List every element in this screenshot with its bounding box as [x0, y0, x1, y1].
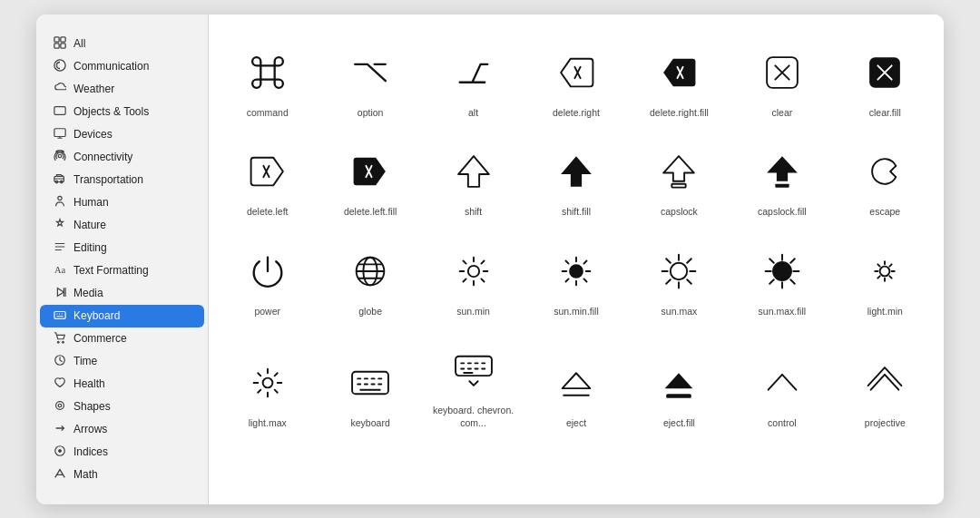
icon-label: delete.left.fill: [344, 206, 397, 219]
icon-label: sun.max.fill: [759, 306, 807, 318]
escape-icon: [859, 146, 910, 197]
sidebar-item-arrows[interactable]: Arrows: [40, 418, 204, 441]
icon-cell-capslock_fill[interactable]: capslock.fill: [732, 132, 831, 228]
sidebar-item-text-formatting[interactable]: AaText Formatting: [40, 259, 204, 282]
sidebar-item-editing[interactable]: Editing: [40, 237, 204, 259]
sidebar-item-health[interactable]: Health: [40, 373, 204, 396]
icon-cell-delete_left[interactable]: delete.left: [218, 132, 317, 228]
delete_left-icon: [242, 146, 293, 197]
icon-cell-projective[interactable]: projective: [836, 330, 935, 438]
icon-cell-light_min[interactable]: light.min: [836, 231, 935, 327]
all-icon: [53, 36, 67, 52]
sidebar-item-label: Indices: [74, 445, 108, 458]
sidebar-item-nature[interactable]: Nature: [40, 214, 204, 237]
icon-label: command: [247, 107, 289, 120]
shift_fill-icon: [551, 146, 602, 197]
text-formatting-icon: Aa: [53, 263, 67, 279]
sidebar-item-label: Keyboard: [74, 309, 120, 322]
icon-cell-capslock[interactable]: capslock: [630, 132, 729, 228]
sidebar-item-transportation[interactable]: Transportation: [40, 169, 204, 191]
sidebar-item-label: Media: [74, 287, 103, 299]
icon-label: delete.left: [247, 206, 289, 219]
icon-cell-clear_fill[interactable]: clear.fill: [836, 33, 935, 129]
svg-point-15: [63, 341, 64, 343]
icon-cell-shift[interactable]: shift: [424, 132, 523, 228]
connectivity-icon: [53, 150, 67, 165]
sidebar-item-label: Devices: [74, 128, 113, 141]
sidebar-item-label: Health: [74, 377, 105, 390]
icon-cell-sun_max[interactable]: sun.max: [630, 231, 729, 327]
icon-cell-command[interactable]: command: [218, 33, 317, 129]
sidebar-item-communication[interactable]: Communication: [40, 55, 204, 78]
icon-label: clear.fill: [869, 107, 901, 120]
sidebar-item-human[interactable]: Human: [40, 191, 204, 214]
icon-label: capslock.fill: [758, 206, 807, 219]
svg-rect-13: [54, 311, 65, 318]
icon-cell-control[interactable]: control: [732, 330, 831, 438]
icon-cell-sun_min_fill[interactable]: sun.min.fill: [526, 231, 625, 327]
icon-cell-globe[interactable]: globe: [320, 231, 419, 327]
communication-icon: [53, 59, 67, 74]
svg-point-32: [262, 378, 272, 388]
app-window: AllCommunicationWeatherObjects & ToolsDe…: [36, 15, 944, 504]
svg-point-27: [467, 266, 478, 277]
sidebar-item-label: Commerce: [74, 332, 127, 345]
icon-cell-power[interactable]: power: [218, 231, 317, 327]
svg-point-29: [671, 263, 687, 279]
capslock_fill-icon: [757, 146, 808, 197]
icon-label: keyboard: [351, 417, 390, 430]
icons-grid: command option alt delete.right delete.r…: [218, 33, 935, 439]
sidebar-title: [36, 25, 208, 33]
sidebar-item-media[interactable]: Media: [40, 282, 204, 305]
sidebar-item-weather[interactable]: Weather: [40, 78, 204, 101]
sidebar-item-commerce[interactable]: Commerce: [40, 327, 204, 350]
nature-icon: [53, 218, 67, 233]
icon-cell-sun_min[interactable]: sun.min: [424, 231, 523, 327]
icon-cell-option[interactable]: option: [320, 33, 419, 129]
icon-label: sun.min: [456, 306, 490, 318]
sidebar-item-math[interactable]: Math: [40, 464, 204, 486]
svg-point-14: [57, 341, 59, 343]
icon-cell-escape[interactable]: escape: [836, 132, 935, 228]
icon-cell-clear[interactable]: clear: [732, 33, 831, 129]
sidebar-item-keyboard[interactable]: Keyboard: [40, 305, 204, 327]
svg-rect-0: [54, 36, 59, 41]
sidebar-item-shapes[interactable]: Shapes: [40, 396, 204, 418]
eject_fill-icon: [653, 357, 704, 408]
icon-cell-alt[interactable]: alt: [424, 33, 523, 129]
sidebar: AllCommunicationWeatherObjects & ToolsDe…: [36, 15, 209, 504]
devices-icon: [53, 127, 67, 142]
commerce-icon: [53, 331, 67, 347]
keyboard-icon: [53, 308, 67, 324]
icon-cell-eject[interactable]: eject: [526, 330, 625, 438]
icon-cell-delete_right_fill[interactable]: delete.right.fill: [630, 33, 729, 129]
sidebar-item-indices[interactable]: Indices: [40, 441, 204, 464]
icon-label: delete.right: [553, 107, 600, 120]
icon-cell-shift_fill[interactable]: shift.fill: [526, 132, 625, 228]
sidebar-item-time[interactable]: Time: [40, 350, 204, 373]
sidebar-item-objects---tools[interactable]: Objects & Tools: [40, 101, 204, 123]
sidebar-item-devices[interactable]: Devices: [40, 123, 204, 146]
icon-label: eject: [566, 417, 586, 430]
command-icon: [242, 47, 293, 98]
sidebar-item-connectivity[interactable]: Connectivity: [40, 146, 204, 169]
icon-cell-keyboard[interactable]: keyboard: [320, 330, 419, 438]
icon-label: option: [358, 107, 384, 120]
svg-point-20: [59, 449, 62, 452]
svg-rect-34: [456, 357, 492, 376]
sidebar-item-label: Shapes: [74, 400, 111, 413]
icon-label: power: [254, 306, 280, 318]
shift-icon: [448, 146, 499, 197]
icon-label: clear: [771, 107, 792, 120]
icon-cell-sun_max_fill[interactable]: sun.max.fill: [732, 231, 831, 327]
sidebar-item-label: Time: [74, 355, 97, 367]
icon-cell-keyboard_chevron[interactable]: keyboard. chevron.com...: [424, 330, 523, 438]
sidebar-item-all[interactable]: All: [40, 33, 204, 55]
icon-cell-delete_left_fill[interactable]: delete.left.fill: [320, 132, 419, 228]
icon-cell-eject_fill[interactable]: eject.fill: [630, 330, 729, 438]
icon-label: control: [768, 417, 797, 430]
icon-label: eject.fill: [663, 417, 695, 430]
icon-cell-delete_right[interactable]: delete.right: [526, 33, 625, 129]
icon-cell-light_max[interactable]: light.max: [218, 330, 317, 438]
icon-label: escape: [869, 206, 900, 219]
